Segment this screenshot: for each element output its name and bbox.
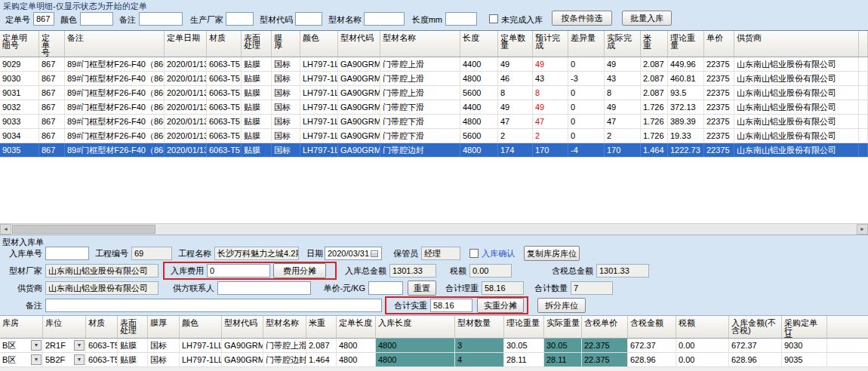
order-cell: 贴膜 bbox=[242, 72, 272, 85]
order-cell: 门带腔上滑 bbox=[380, 57, 460, 71]
actual-weight-input[interactable]: 58.16 bbox=[430, 299, 472, 312]
filter-by-condition-button[interactable]: 按条件筛选 bbox=[552, 11, 612, 26]
order-cell: 2 bbox=[605, 129, 641, 143]
order-row[interactable]: 903286789#门框型材F26-F40（866+867）2020/01/13… bbox=[0, 100, 868, 115]
inbound-cell: 22.375 bbox=[582, 353, 628, 366]
project-name-label: 工程名称 bbox=[175, 247, 211, 260]
order-row[interactable]: 903586789#门框型材F26-F40（866+867）2020/01/13… bbox=[0, 143, 868, 158]
note-input[interactable] bbox=[45, 299, 382, 312]
theory-weight-field[interactable]: 58.16 bbox=[482, 281, 524, 295]
unit-price-label: 单价-元/KG bbox=[317, 281, 365, 295]
inbound-cell: 30.05 bbox=[504, 339, 544, 352]
unfinished-checkbox[interactable] bbox=[489, 14, 498, 23]
order-row[interactable]: 903386789#门框型材F26-F40（866+867）2020/01/13… bbox=[0, 115, 868, 129]
calendar-icon[interactable] bbox=[371, 250, 378, 257]
reset-button[interactable]: 重置 bbox=[408, 281, 436, 296]
split-location-button[interactable]: 拆分库位 bbox=[537, 298, 586, 313]
order-row[interactable]: 902986789#门框型材F26-F40（866+867）2020/01/13… bbox=[0, 57, 868, 72]
unfinished-checkbox-label: 未完成入库 bbox=[501, 13, 548, 26]
inbound-cell bbox=[827, 339, 868, 352]
dropdown-arrow-icon[interactable]: ▼ bbox=[74, 354, 85, 365]
batch-inbound-button[interactable]: 批量入库 bbox=[622, 11, 672, 26]
color-input[interactable] bbox=[80, 12, 113, 26]
inbound-row[interactable]: B区▼5B2F▼6063-T5贴膜国标LH797-1LL0GA90GRM05门带… bbox=[0, 353, 868, 367]
inbound-column-header: 型材名称 bbox=[263, 316, 306, 338]
order-cell: 4800 bbox=[460, 72, 498, 85]
keeper-field[interactable]: 经理 bbox=[421, 247, 460, 260]
scroll-left-icon[interactable]: ◄ bbox=[0, 224, 11, 235]
order-cell: 22375 bbox=[704, 143, 734, 157]
inbound-cell: GA90GRM03 bbox=[222, 339, 263, 352]
order-cell: 2 bbox=[498, 129, 533, 143]
inbound-combo-cell[interactable]: B区▼ bbox=[0, 353, 43, 366]
copy-warehouse-location-button[interactable]: 复制库房库位 bbox=[524, 246, 580, 261]
order-cell: 174 bbox=[498, 143, 533, 157]
horizontal-scrollbar[interactable]: ◄ ► bbox=[0, 223, 868, 235]
order-cell: 贴膜 bbox=[242, 57, 272, 71]
scrollbar-thumb[interactable] bbox=[12, 225, 155, 234]
order-row[interactable]: 903486789#门框型材F26-F40（866+867）2020/01/13… bbox=[0, 129, 868, 143]
order-row[interactable]: 903086789#门框型材F26-F40（866+867）2020/01/13… bbox=[0, 72, 868, 86]
inbound-column-header: 颜色 bbox=[180, 316, 222, 338]
order-cell: 47 bbox=[605, 115, 641, 128]
fee-input[interactable]: 0 bbox=[207, 264, 270, 277]
order-column-header: 预计完 成 bbox=[533, 31, 568, 57]
order-row[interactable]: 903186789#门框型材F26-F40（866+867）2020/01/13… bbox=[0, 86, 868, 100]
order-cell: 0 bbox=[568, 86, 605, 100]
inbound-row[interactable]: B区▼2R1F▼6063-T5贴膜国标LH797-1LL0GA90GRM03门带… bbox=[0, 339, 868, 353]
project-no-field[interactable]: 69 bbox=[131, 247, 172, 260]
order-cell bbox=[859, 72, 868, 85]
length-input[interactable] bbox=[445, 12, 477, 26]
order-cell: 9029 bbox=[0, 57, 39, 71]
tax-total-field[interactable]: 1301.33 bbox=[596, 264, 649, 277]
date-picker[interactable]: 2020/03/31▼ bbox=[325, 247, 382, 260]
inbound-cell: 628.96 bbox=[729, 353, 782, 366]
order-cell: 2.087 bbox=[641, 72, 668, 85]
order-cell: 6063-T5 bbox=[207, 100, 242, 114]
factory-field[interactable]: 山东南山铝业股份有限公司 bbox=[45, 264, 159, 277]
order-cell: GA90GRM03 bbox=[338, 57, 380, 71]
inbound-combo-cell[interactable]: 2R1F▼ bbox=[43, 339, 86, 352]
inbound-confirm-checkbox[interactable] bbox=[469, 249, 479, 258]
tax-field[interactable]: 0.00 bbox=[469, 264, 512, 277]
weight-apportion-button[interactable]: 实重分摊 bbox=[477, 298, 524, 313]
order-cell: 2.087 bbox=[641, 57, 668, 71]
inbound-cell: 门带腔上滑 bbox=[263, 339, 306, 352]
inbound-cell: 30.05 bbox=[544, 339, 582, 352]
contact-input[interactable] bbox=[217, 281, 311, 295]
order-column-header: 定单日期 bbox=[165, 31, 207, 57]
inbound-column-header: 米重 bbox=[306, 316, 337, 338]
order-cell: -3 bbox=[568, 72, 605, 85]
inbound-cell: GA90GRM05 bbox=[222, 353, 263, 366]
inbound-no-input[interactable] bbox=[45, 247, 89, 260]
inbound-combo-cell[interactable]: 5B2F▼ bbox=[43, 353, 86, 366]
fee-apportion-button[interactable]: 费用分摊 bbox=[273, 263, 326, 278]
order-cell: 国标 bbox=[272, 86, 300, 100]
scroll-right-icon[interactable]: ► bbox=[857, 224, 868, 235]
dropdown-arrow-icon[interactable]: ▼ bbox=[74, 340, 85, 351]
dropdown-arrow-icon[interactable]: ▼ bbox=[31, 340, 42, 351]
inbound-combo-cell[interactable]: B区▼ bbox=[0, 339, 43, 352]
total-qty-field[interactable]: 7 bbox=[571, 281, 613, 295]
project-name-field[interactable]: 长沙万科魅力之城4.2期 bbox=[214, 247, 299, 260]
inbound-header-row: 库房库位材质表面 处理膜厚颜色型材代码型材名称米重定单长度入库长度型材数量理论重… bbox=[0, 316, 868, 339]
order-no-input[interactable]: 867 bbox=[33, 12, 54, 26]
chevron-down-icon[interactable]: ▼ bbox=[380, 251, 382, 256]
order-cell: 19.33 bbox=[668, 129, 704, 143]
inbound-column-header: 含税金额 bbox=[628, 316, 676, 338]
order-cell: 2020/01/13 bbox=[165, 129, 207, 143]
remark-input[interactable] bbox=[139, 12, 183, 26]
order-cell: LH797-1LL0 bbox=[300, 72, 338, 85]
profile-name-input[interactable] bbox=[364, 12, 405, 26]
supplier-field[interactable]: 山东南山铝业股份有限公司 bbox=[45, 281, 159, 295]
unit-price-input[interactable] bbox=[368, 281, 403, 295]
dropdown-arrow-icon[interactable]: ▼ bbox=[31, 354, 42, 365]
order-cell bbox=[859, 143, 868, 157]
inbound-cell bbox=[827, 353, 868, 366]
inbound-cell: LH797-1LL0 bbox=[180, 353, 222, 366]
order-cell: 170 bbox=[605, 143, 641, 157]
manufacturer-input[interactable] bbox=[226, 12, 254, 26]
order-cell: 国标 bbox=[272, 57, 300, 71]
profile-code-input[interactable] bbox=[295, 12, 322, 26]
total-amount-field[interactable]: 1301.33 bbox=[389, 264, 436, 277]
